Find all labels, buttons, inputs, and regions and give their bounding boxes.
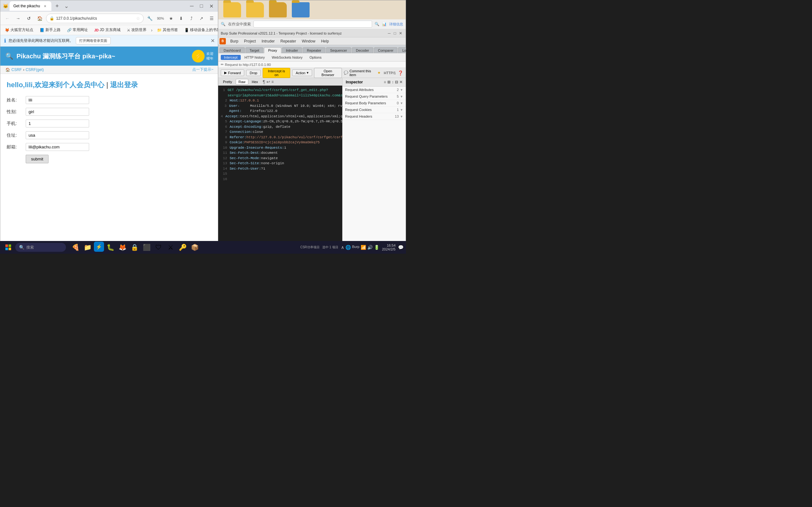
- menu-window[interactable]: Window: [299, 38, 318, 44]
- inspector-row-cookies[interactable]: Request Cookies 1 ▼: [342, 107, 406, 113]
- tab-sequencer[interactable]: Sequencer: [326, 47, 351, 53]
- menu-help[interactable]: Help: [318, 38, 331, 44]
- sort-icon[interactable]: ↕: [392, 80, 394, 84]
- address-bar[interactable]: 🔒 127.0.0.1/pikachu/vul/cs ☆: [46, 14, 144, 23]
- intercept-toggle[interactable]: Intercept is on: [263, 68, 290, 78]
- input-address[interactable]: [26, 131, 89, 139]
- hint-link[interactable]: 点一下提示~: [192, 67, 213, 72]
- inspector-row-query[interactable]: Request Query Parameters 5 ▼: [342, 93, 406, 100]
- tab-comparer[interactable]: Comparer: [374, 47, 398, 53]
- taskbar-app-key[interactable]: 🔑: [177, 242, 188, 253]
- menu-intruder[interactable]: Intruder: [259, 38, 277, 44]
- new-tab-button[interactable]: +: [53, 2, 61, 10]
- taskbar-app-shield[interactable]: 🛡: [153, 242, 164, 253]
- folder-4[interactable]: [292, 2, 310, 17]
- tab-dashboard[interactable]: Dashboard: [219, 47, 245, 53]
- submit-button[interactable]: submit: [26, 155, 49, 163]
- format-icon[interactable]: ¶: [263, 79, 265, 84]
- taskbar-app-files[interactable]: 📁: [82, 242, 93, 253]
- notification-close[interactable]: ✕: [211, 38, 215, 44]
- taskbar-app-debug[interactable]: 🐛: [105, 242, 116, 253]
- maximize-button[interactable]: □: [197, 2, 206, 10]
- list-view-icon[interactable]: ≡: [384, 80, 386, 84]
- bookmark-jd[interactable]: JD JD 京东商城: [92, 26, 122, 33]
- menu-burp[interactable]: Burp: [228, 38, 241, 44]
- extension-icon[interactable]: 🔧: [146, 14, 155, 23]
- bookmark-icon[interactable]: ★: [166, 14, 175, 23]
- open-login-button[interactable]: 打开网络登录页面: [76, 37, 111, 44]
- tab-intruder[interactable]: Intruder: [282, 47, 302, 53]
- bookmark-mobile[interactable]: 📱 移动设备上的书签: [182, 26, 222, 33]
- lang-icon[interactable]: Burp: [352, 245, 359, 250]
- input-name[interactable]: [26, 96, 89, 104]
- grid-view-icon[interactable]: ⊞: [387, 80, 390, 84]
- taskbar-app-vscode[interactable]: ⚡: [94, 242, 104, 252]
- subtab-http-history[interactable]: HTTP history: [241, 55, 268, 60]
- close-button[interactable]: ✕: [207, 2, 216, 10]
- bookmark-common[interactable]: 🔗 常用网址: [65, 26, 90, 33]
- close-icon[interactable]: ✕: [399, 80, 402, 84]
- chevron-up-icon[interactable]: ∧: [341, 245, 344, 250]
- filter-icon[interactable]: ⊟: [395, 80, 398, 84]
- menu-icon[interactable]: ☰: [207, 14, 216, 23]
- minimize-button[interactable]: ─: [387, 31, 392, 36]
- taskbar-search[interactable]: 🔍 搜索: [15, 243, 66, 252]
- bookmark-other[interactable]: 📁 其他书签: [155, 26, 180, 33]
- inspector-row-body[interactable]: Request Body Parameters 0 ▼: [342, 100, 406, 107]
- subtab-intercept[interactable]: Intercept: [221, 55, 241, 60]
- bookmarks-more[interactable]: ›: [151, 27, 153, 33]
- download-icon[interactable]: ⬇: [177, 14, 185, 23]
- tab-logger[interactable]: Logger: [398, 47, 406, 53]
- list-icon[interactable]: ≡: [272, 79, 274, 84]
- subtab-options[interactable]: Options: [307, 55, 325, 60]
- start-button[interactable]: [3, 242, 14, 253]
- home-button[interactable]: 🏠: [35, 14, 44, 23]
- tab-decoder[interactable]: Decoder: [352, 47, 373, 53]
- folder-3[interactable]: [269, 2, 287, 17]
- menu-project[interactable]: Project: [241, 38, 258, 44]
- tab-target[interactable]: Target: [246, 47, 264, 53]
- inspector-row-headers[interactable]: Request Headers 13 ▼: [342, 113, 406, 120]
- minimize-button[interactable]: ─: [187, 2, 196, 10]
- bookmark-newuser[interactable]: 📘 新手上路: [38, 26, 62, 33]
- taskbar-app-food[interactable]: 🍕: [70, 242, 81, 253]
- tab-repeater[interactable]: Repeater: [303, 47, 325, 53]
- folder-1[interactable]: [223, 2, 241, 17]
- logout-link[interactable]: 退出登录: [110, 81, 138, 89]
- bookmark-star[interactable]: ☆: [136, 16, 140, 21]
- menu-repeater[interactable]: Repeater: [278, 38, 299, 44]
- reload-button[interactable]: ↺: [24, 14, 33, 23]
- notification-icon[interactable]: 💬: [398, 245, 403, 250]
- tab-dropdown[interactable]: ⌄: [64, 3, 69, 9]
- wrap-icon[interactable]: ↩: [266, 79, 270, 84]
- drop-button[interactable]: Drop: [246, 70, 261, 76]
- top-search-input[interactable]: [254, 20, 372, 27]
- req-tab-raw[interactable]: Raw: [236, 79, 248, 84]
- bookmark-attack[interactable]: ⚔ 攻防世界: [125, 26, 149, 33]
- close-button[interactable]: ✕: [398, 31, 403, 36]
- open-browser-button[interactable]: Open Browser: [314, 68, 342, 78]
- req-tab-pretty[interactable]: Pretty: [220, 79, 235, 84]
- browser-tab[interactable]: Get the pikachu ✕: [9, 1, 51, 11]
- subtab-websockets[interactable]: WebSockets history: [269, 55, 306, 60]
- inspector-row-attributes[interactable]: Request Attributes 2 ▼: [342, 87, 406, 93]
- tab-proxy[interactable]: Proxy: [264, 47, 281, 53]
- taskbar-app-terminal[interactable]: ⬛: [141, 242, 152, 253]
- volume-icon[interactable]: 🔊: [367, 245, 373, 250]
- req-tab-hex[interactable]: Hex: [249, 79, 261, 84]
- battery-icon[interactable]: 🔋: [374, 245, 379, 250]
- forward-button[interactable]: →: [14, 14, 22, 23]
- taskbar-app-package[interactable]: 📦: [189, 242, 201, 253]
- tab-close-button[interactable]: ✕: [43, 3, 48, 9]
- back-button[interactable]: ←: [3, 14, 12, 23]
- input-phone[interactable]: [26, 119, 89, 127]
- nav-csrf-get[interactable]: CSRF(get): [26, 67, 44, 72]
- taskbar-app-sword[interactable]: ⚔: [165, 242, 176, 253]
- maximize-button[interactable]: □: [392, 31, 397, 36]
- input-sex[interactable]: [26, 108, 89, 116]
- input-email[interactable]: [26, 143, 89, 151]
- folder-2[interactable]: [246, 2, 264, 17]
- taskbar-app-lock[interactable]: 🔒: [129, 242, 140, 253]
- action-button[interactable]: Action ▾: [292, 69, 312, 76]
- detail-btn[interactable]: 详细信息: [389, 22, 403, 26]
